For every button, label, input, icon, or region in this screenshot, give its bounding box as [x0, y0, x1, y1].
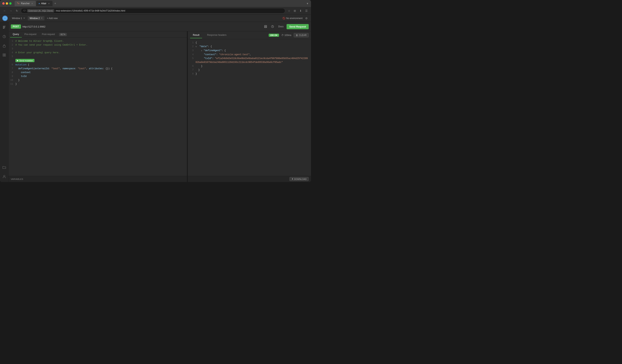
close-traffic-light[interactable]	[2, 2, 5, 5]
address-bar: ← → ↻ 🛡 Extension (A...hQL Client) moz-e…	[0, 7, 311, 15]
new-tab-button[interactable]: +	[53, 1, 58, 6]
status-badge: 200 OK	[269, 34, 279, 37]
tab-prerequest[interactable]: Pre-request	[22, 31, 39, 38]
window-2-label: Window 2	[30, 17, 40, 20]
window-1-label: Window 1	[12, 17, 22, 20]
window-tab-1[interactable]: Window 1 ✕	[10, 16, 27, 20]
svg-rect-7	[4, 55, 6, 56]
json-line-1: 1 {	[188, 41, 311, 45]
send-history-button[interactable]	[270, 24, 275, 29]
play-icon: ▶	[17, 59, 19, 62]
fullscreen-traffic-light[interactable]	[9, 2, 12, 5]
title-bar-right-controls: ▼	[306, 2, 309, 5]
status-text: OK	[274, 34, 277, 36]
svg-rect-5	[4, 54, 6, 55]
extensions-button[interactable]: ⊞	[292, 8, 297, 13]
save-request-button[interactable]	[263, 24, 268, 29]
code-line-3: 3	[8, 47, 187, 51]
download-label: DOWNLOAD	[294, 178, 307, 180]
code-line-7: 7 defineAgent(externalId: "test", namesp…	[8, 67, 187, 71]
code-line-6: 6 mutation {	[8, 63, 187, 67]
sidebar-icon-user[interactable]	[1, 173, 7, 180]
forward-button[interactable]: →	[8, 8, 13, 13]
sidebar-icon-history[interactable]	[1, 34, 7, 40]
code-line-2: 2 # You can send your request using CmdO…	[8, 43, 187, 47]
json-line-4: 4 "context": "chronicle:agent:test",	[188, 53, 311, 57]
refresh-button[interactable]: ↻	[15, 8, 19, 13]
no-environment-button[interactable]: 🚫 No environment	[283, 17, 303, 20]
url-input[interactable]	[22, 25, 261, 28]
json-line-2: 2 ∨ "data": {	[188, 45, 311, 49]
json-line-6: 6 }	[188, 64, 311, 68]
response-timing: ⏱ 103ms	[281, 34, 291, 37]
window-2-close[interactable]: ✕	[41, 17, 42, 19]
send-mutation-container: ▶ Send mutation	[8, 58, 187, 63]
no-env-label: No environment	[286, 17, 303, 20]
main-layout: POST	[0, 22, 311, 182]
tab-postrequest[interactable]: Post-request	[39, 31, 58, 38]
json-line-3: 3 ∨ "defineAgent": {	[188, 49, 311, 53]
browser-frame: 🐂 Rancher ✕ ● Altair ✕ + ▼ ← → ↻ 🛡 Exten…	[0, 0, 311, 182]
sidebar-icon-query[interactable]	[1, 24, 7, 30]
sidebar-icon-lock[interactable]	[1, 43, 7, 49]
app-area: Window 1 ✕ Window 2 ✕ + Add new 🚫 No env…	[0, 15, 311, 182]
sidebar-icon-box[interactable]	[1, 52, 7, 58]
address-url: moz-extension://164cb6d1-45f9-471b-948f-…	[56, 9, 125, 12]
security-icon: 🛡	[23, 9, 26, 12]
svg-rect-6	[3, 55, 4, 56]
code-line-10: 10 }	[8, 78, 187, 82]
menu-button[interactable]: ☰	[304, 8, 309, 13]
json-line-5: 5 "txId": "ef1a34b9d3e518c6be0bd2e6baba0…	[188, 57, 311, 64]
traffic-lights	[2, 2, 12, 5]
content-area: POST	[8, 22, 311, 182]
window-1-close[interactable]: ✕	[23, 17, 25, 19]
panels-container: Query Pre-request Post-request BETA 1 # …	[8, 31, 311, 182]
window-tab-2[interactable]: Window 2 ✕	[28, 16, 45, 20]
svg-rect-3	[3, 46, 5, 47]
code-line-8: 8 context	[8, 71, 187, 75]
variables-label: VARIABLES	[11, 178, 23, 180]
altair-favicon: ●	[39, 2, 40, 5]
browser-tab-altair[interactable]: ● Altair ✕	[36, 1, 53, 6]
tab-response-headers[interactable]: Response headers	[204, 32, 229, 38]
title-bar: 🐂 Rancher ✕ ● Altair ✕ + ▼	[0, 0, 311, 7]
settings-button[interactable]: ⚙	[304, 16, 309, 20]
send-request-button[interactable]: Send Request	[287, 24, 309, 29]
tab-query[interactable]: Query	[10, 31, 22, 38]
variables-bar[interactable]: VARIABLES	[8, 176, 187, 182]
result-panel: Result Response headers 200 OK ⏱ 103ms	[188, 31, 311, 182]
send-mutation-button[interactable]: ▶ Send mutation	[15, 59, 35, 62]
svg-rect-10	[265, 25, 266, 26]
bookmark-button[interactable]: ☆	[287, 8, 291, 13]
query-panel: Query Pre-request Post-request BETA 1 # …	[8, 31, 187, 182]
browser-tab-bar: 🐂 Rancher ✕ ● Altair ✕ +	[15, 1, 305, 6]
extension-badge: Extension (A...hQL Client)	[27, 9, 54, 12]
download-bar: ⬇ DOWNLOAD	[188, 176, 311, 182]
window-tabs-bar: Window 1 ✕ Window 2 ✕ + Add new 🚫 No env…	[0, 15, 311, 22]
code-line-11: 11 }	[8, 82, 187, 86]
browser-tab-rancher[interactable]: 🐂 Rancher ✕	[15, 1, 36, 6]
downloads-button[interactable]: ⬇	[298, 8, 303, 13]
no-env-icon: 🚫	[283, 17, 285, 20]
method-badge: POST	[11, 24, 21, 29]
svg-rect-4	[3, 54, 4, 55]
altair-tab-close[interactable]: ✕	[48, 2, 50, 5]
docs-button[interactable]: Docs	[277, 24, 285, 29]
svg-rect-11	[265, 27, 266, 27]
minimize-traffic-light[interactable]	[6, 2, 8, 5]
result-actions: 200 OK ⏱ 103ms 🗑 CLEAR	[269, 33, 309, 37]
address-input[interactable]: 🛡 Extension (A...hQL Client) moz-extensi…	[21, 8, 285, 14]
trash-icon: 🗑	[296, 34, 298, 37]
query-panel-tabs: Query Pre-request Post-request BETA	[8, 31, 187, 38]
altair-tab-label: Altair	[41, 2, 46, 5]
download-button[interactable]: ⬇ DOWNLOAD	[290, 177, 309, 181]
clear-button[interactable]: 🗑 CLEAR	[294, 33, 309, 37]
add-new-window-button[interactable]: + Add new	[45, 16, 59, 20]
rancher-tab-close[interactable]: ✕	[31, 2, 34, 5]
tab-result[interactable]: Result	[190, 32, 202, 38]
result-panel-tabs: Result Response headers 200 OK ⏱ 103ms	[188, 31, 311, 39]
code-editor[interactable]: 1 # Welcome to Altair GraphQL Client. 2 …	[8, 38, 187, 176]
code-line-9: 9 txId	[8, 75, 187, 78]
sidebar-icon-folder[interactable]	[1, 164, 7, 171]
back-button[interactable]: ←	[2, 8, 7, 13]
